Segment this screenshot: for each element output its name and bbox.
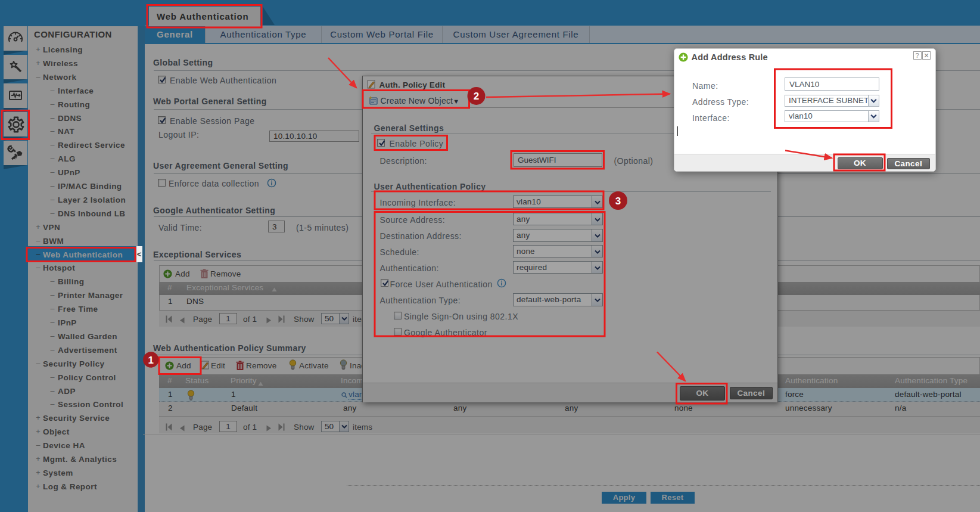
svg-text:3: 3	[615, 196, 621, 207]
svg-text:1: 1	[148, 355, 154, 366]
svg-text:2: 2	[474, 91, 479, 102]
